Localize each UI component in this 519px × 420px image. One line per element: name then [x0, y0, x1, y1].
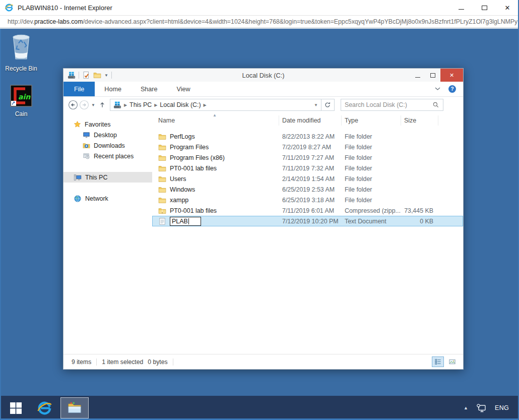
column-header-date-modified[interactable]: Date modified — [279, 115, 342, 126]
file-row-pt0-001-lab-files[interactable]: PT0-001 lab files7/11/2019 7:32 AMFile f… — [152, 163, 463, 173]
new-folder-button[interactable] — [93, 71, 101, 79]
up-button[interactable] — [97, 99, 108, 110]
browser-titlebar: PLABWIN810 - Internet Explorer ✕ — [0, 0, 519, 15]
ribbon-tabs: FileHomeShareView ? — [63, 82, 463, 97]
tab-share[interactable]: Share — [131, 82, 167, 96]
file-row-users[interactable]: Users2/14/2019 1:54 AMFile folder — [152, 173, 463, 184]
breadcrumb-local-disk[interactable]: Local Disk (C:) — [160, 101, 201, 108]
language-indicator[interactable]: ENG — [495, 404, 509, 411]
explorer-titlebar[interactable]: ▼ Local Disk (C:) ✕ — [63, 69, 463, 82]
file-type-cell: File folder — [342, 184, 401, 195]
desktop-icon — [83, 131, 90, 139]
svg-text:ain: ain — [18, 93, 31, 101]
sidebar-item-network[interactable]: Network — [63, 193, 152, 204]
up-arrow-icon — [99, 101, 106, 108]
sidebar-item-recent-places[interactable]: Recent places — [63, 151, 152, 161]
thumbnail-view-icon — [448, 358, 456, 366]
file-name-label: Program Files (x86) — [170, 154, 225, 161]
explorer-close-button[interactable]: ✕ — [440, 69, 463, 82]
recent-places-icon — [83, 152, 90, 160]
rename-input[interactable]: PLAB — [170, 217, 201, 226]
separator — [111, 72, 112, 79]
file-row-windows[interactable]: Windows6/25/2019 2:53 AMFile folder — [152, 184, 463, 195]
separator — [96, 358, 97, 366]
browser-address-bar[interactable]: http://dev.practice-labs.com/device-adva… — [0, 15, 519, 28]
taskbar-ie-button[interactable] — [31, 396, 57, 420]
desktop-icon-recycle-bin[interactable]: Recycle Bin — [0, 33, 42, 72]
sidebar-item-favorites[interactable]: Favorites — [63, 119, 152, 130]
search-placeholder: Search Local Disk (C:) — [345, 101, 407, 108]
file-row-perflogs[interactable]: PerfLogs8/22/2013 8:22 AMFile folder — [152, 131, 463, 142]
details-view-button[interactable] — [432, 356, 444, 367]
file-row-program-files[interactable]: Program Files7/2/2019 8:27 AMFile folder — [152, 142, 463, 152]
remote-connection-icon[interactable] — [476, 403, 487, 413]
url-domain: practice-labs.com — [34, 18, 83, 25]
url-path: /device-advanced.aspx?client=html&device… — [83, 18, 517, 25]
sidebar-label: Network — [85, 195, 108, 202]
file-size-cell: 0 KB — [401, 216, 438, 226]
file-size-cell — [401, 184, 438, 195]
browser-close-button[interactable]: ✕ — [496, 0, 519, 15]
refresh-icon — [324, 101, 331, 108]
search-input[interactable]: Search Local Disk (C:) — [341, 99, 443, 111]
file-row-xampp[interactable]: xampp6/25/2019 3:18 AMFile folder — [152, 195, 463, 205]
sidebar-item-desktop[interactable]: Desktop — [63, 130, 152, 140]
browser-title: PLABWIN810 - Internet Explorer — [18, 4, 112, 12]
customize-qat-dropdown[interactable]: ▼ — [104, 73, 108, 78]
tab-file[interactable]: File — [63, 82, 95, 96]
forward-arrow-icon — [79, 100, 89, 110]
taskbar: ▲ ENG — [0, 396, 519, 420]
search-icon — [432, 101, 439, 108]
properties-button[interactable] — [82, 71, 90, 79]
file-size-cell — [401, 163, 438, 173]
back-button[interactable] — [68, 99, 79, 110]
breadcrumb-separator: ▶ — [124, 103, 127, 107]
ribbon-tab-list: FileHomeShareView — [63, 82, 200, 96]
browser-maximize-button[interactable] — [473, 0, 496, 15]
spacer — [63, 183, 152, 193]
file-date-cell: 6/25/2019 2:53 AM — [279, 184, 342, 195]
file-date-cell: 8/22/2013 8:22 AM — [279, 131, 342, 142]
sidebar-item-downloads[interactable]: Downloads — [63, 140, 152, 151]
this-pc-icon — [74, 173, 82, 182]
sidebar-item-this-pc[interactable]: This PC — [63, 172, 152, 183]
internet-explorer-icon — [5, 3, 14, 12]
taskbar-explorer-button-active[interactable] — [60, 397, 89, 418]
desktop-icon-cain[interactable]: ain Cain — [0, 84, 42, 117]
file-row-program-files-x86[interactable]: Program Files (x86)7/11/2019 7:27 AMFile… — [152, 152, 463, 163]
explorer-minimize-button[interactable] — [410, 69, 425, 82]
help-icon[interactable]: ? — [448, 85, 457, 93]
sidebar-label: Recent places — [94, 153, 134, 160]
column-header-type[interactable]: Type — [342, 115, 401, 126]
explorer-window-title: Local Disk (C:) — [63, 72, 463, 79]
separator — [79, 72, 79, 79]
start-button[interactable] — [0, 396, 31, 420]
ribbon-expand-chevron-icon[interactable] — [435, 87, 440, 91]
file-size-cell — [401, 142, 438, 152]
file-row-pt0-001-lab-files[interactable]: PT0-001 lab files7/11/2019 6:01 AMCompre… — [152, 205, 463, 216]
folder-icon — [158, 143, 166, 151]
breadcrumb-this-pc[interactable]: This PC — [129, 101, 152, 108]
tab-view[interactable]: View — [167, 82, 200, 96]
forward-button[interactable] — [79, 99, 90, 110]
thumbnail-view-button[interactable] — [446, 356, 458, 367]
file-size-cell: 73,445 KB — [401, 205, 438, 216]
show-hidden-icons-button[interactable]: ▲ — [464, 405, 468, 410]
refresh-button[interactable] — [321, 99, 335, 111]
address-dropdown-chevron[interactable]: ▼ — [314, 103, 318, 107]
back-arrow-icon — [68, 100, 78, 110]
recent-locations-dropdown[interactable]: ▼ — [91, 103, 95, 107]
desktop-icon-label: Cain — [0, 110, 42, 117]
ie-window-border — [0, 29, 1, 420]
tab-home[interactable]: Home — [95, 82, 131, 96]
system-tray: ▲ ENG — [464, 403, 519, 413]
browser-minimize-button[interactable] — [449, 0, 473, 15]
star-icon — [74, 121, 81, 128]
file-row-plab[interactable]: PLAB7/12/2019 10:20 PMText Document0 KB — [152, 216, 463, 226]
system-menu-icon[interactable] — [68, 71, 76, 79]
file-type-cell: File folder — [342, 163, 401, 173]
breadcrumb[interactable]: ▶ This PC ▶ Local Disk (C:) ▶ ▼ — [110, 99, 321, 111]
column-header-size[interactable]: Size — [401, 115, 438, 126]
explorer-maximize-button[interactable] — [425, 69, 440, 82]
explorer-addressbar: ▼ ▶ This PC ▶ Local Disk (C:) ▶ ▼ Search… — [63, 97, 463, 113]
